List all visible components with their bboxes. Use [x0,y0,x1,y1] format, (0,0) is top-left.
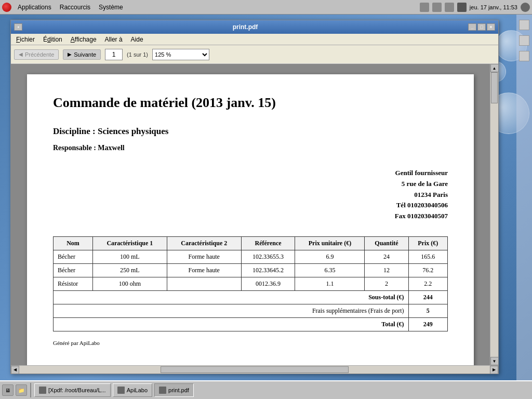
zoom-select[interactable]: 125 % [152,49,209,60]
row3-ref: 0012.36.9 [241,277,295,290]
scroll-up-btn[interactable]: ▲ [490,64,499,72]
frais-row: Frais supplémentaires (Frais de port) 5 [54,304,448,317]
col-nom: Nom [54,236,93,250]
page-input[interactable] [105,49,123,60]
row3-carac1: 100 ohm [92,277,167,290]
hscroll-thumb[interactable] [161,366,349,373]
row1-prix-unit: 6.9 [295,250,365,263]
supplier-address1: 5 rue de la Gare [53,179,448,190]
sous-total-row: Sous-total (€) 244 [54,290,448,304]
hscroll-track[interactable] [19,366,490,374]
row3-prix-unit: 1.1 [295,277,365,290]
row3-carac2 [167,277,241,290]
col-ref: Référence [241,236,295,250]
order-table: Nom Caractéristique 1 Caractéristique 2 … [53,236,448,331]
taskbar-top: Applications Raccourcis Système jeu. 17 … [0,0,532,15]
row2-prix-unit: 6.35 [295,263,365,277]
table-row: Bécher 250 mL Forme haute 102.33645.2 6.… [54,263,448,277]
pdf-discipline: Discipline : Sciences physiques [53,126,448,137]
close-button[interactable]: × [487,23,495,31]
menu-affichage[interactable]: Affichage [68,35,100,44]
minimize-button[interactable]: _ [468,23,476,31]
side-btn-1[interactable] [519,20,529,30]
content-area: Commande de matériel (2013 janv. 15) Dis… [11,64,498,365]
prev-label: Précédente [25,51,54,58]
sous-total-value: 244 [408,290,448,304]
desktop: ▪ print.pdf _ □ × Fichier Édition Affich… [0,15,532,380]
pdf-document-title: Commande de matériel (2013 janv. 15) [53,95,448,111]
taskbar-apilabo-btn[interactable]: ApiLabo [113,383,152,397]
launcher-icon-2[interactable]: 📁 [16,384,27,396]
tray-icon-2[interactable] [432,3,442,12]
row3-prix: 2.2 [408,277,448,290]
row3-nom: Résistor [54,277,93,290]
row1-carac2: Forme haute [167,250,241,263]
menu-fichier[interactable]: Fichier [13,35,38,44]
total-value: 249 [408,317,448,331]
pdf-page: Commande de matériel (2013 janv. 15) Dis… [27,74,474,365]
supplier-block: Gentil fournisseur 5 rue de la Gare 0123… [53,168,448,222]
apilabo-label: ApiLabo [127,387,148,393]
tray-icon-3[interactable] [445,3,454,12]
row2-ref: 102.33645.2 [241,263,295,277]
applications-menu[interactable]: Applications [16,3,54,12]
scroll-down-btn[interactable]: ▼ [490,357,499,365]
toolbar: ◀ Précédente ▶ Suivante (1 sur 1) 125 % [11,45,498,64]
taskbar-xpdf-btn[interactable]: [Xpdf: /root/Bureau/L... [34,383,111,397]
window-menu-btn[interactable]: ▪ [14,23,22,31]
window-title: print.pdf [22,23,468,31]
row1-prix: 165.6 [408,250,448,263]
side-controls [516,15,532,380]
table-row: Bécher 100 mL Forme haute 102.33655.3 6.… [54,250,448,263]
systeme-menu[interactable]: Système [97,3,125,12]
volume-icon[interactable] [521,3,530,12]
row2-nom: Bécher [54,263,93,277]
menu-aller-a[interactable]: Aller à [102,35,126,44]
maximize-button[interactable]: □ [477,23,486,31]
row1-nom: Bécher [54,250,93,263]
taskbar-printpdf-btn[interactable]: print.pdf [154,383,194,397]
prev-button[interactable]: ◀ Précédente [14,49,59,60]
row1-ref: 102.33655.3 [241,250,295,263]
vertical-scrollbar[interactable]: ▲ ▼ [490,64,498,365]
window-titlebar: ▪ print.pdf _ □ × [11,20,498,34]
window-controls: _ □ × [468,23,495,31]
next-label: Suivante [74,51,96,58]
menu-edition[interactable]: Édition [40,35,65,44]
table-row: Résistor 100 ohm 0012.36.9 1.1 2 2.2 [54,277,448,290]
launcher-icon-1[interactable]: 🖥 [2,384,14,396]
generated-by: Généré par ApiLabo [53,340,448,346]
col-prix: Prix (€) [408,236,448,250]
tray-icon-1[interactable] [420,3,429,12]
row2-carac1: 250 mL [92,263,167,277]
frais-value: 5 [408,304,448,317]
clock-display: jeu. 17 janv., 11:53 [470,4,517,10]
raccourcis-menu[interactable]: Raccourcis [58,3,92,12]
side-btn-3[interactable] [519,51,529,61]
scroll-left-btn[interactable]: ◀ [11,366,19,374]
row1-carac1: 100 mL [92,250,167,263]
taskbar-divider [30,383,31,397]
printpdf-label: print.pdf [168,387,189,393]
system-icon[interactable] [2,3,11,12]
pdf-responsible: Responsable : Maxwell [53,144,448,152]
window-menubar: Fichier Édition Affichage Aller à Aide [11,34,498,45]
scroll-track[interactable] [490,72,498,357]
row3-quantite: 2 [365,277,408,290]
supplier-name: Gentil fournisseur [53,168,448,179]
page-info: (1 sur 1) [127,51,148,58]
side-btn-2[interactable] [519,35,529,46]
scroll-right-btn[interactable]: ▶ [490,366,498,374]
next-button[interactable]: ▶ Suivante [63,49,101,60]
horizontal-scrollbar[interactable]: ◀ ▶ [11,365,498,374]
menu-aide[interactable]: Aide [128,35,147,44]
xpdf-icon [39,387,46,394]
scroll-thumb[interactable] [491,72,498,103]
tray-icon-4[interactable] [457,3,467,12]
supplier-tel: Tél 010203040506 [53,200,448,211]
frais-label: Frais supplémentaires (Frais de port) [312,307,404,314]
pdf-scroll-area[interactable]: Commande de matériel (2013 janv. 15) Dis… [11,64,490,365]
total-row: Total (€) 249 [54,317,448,331]
xpdf-label: [Xpdf: /root/Bureau/L... [48,387,106,393]
row1-quantite: 24 [365,250,408,263]
